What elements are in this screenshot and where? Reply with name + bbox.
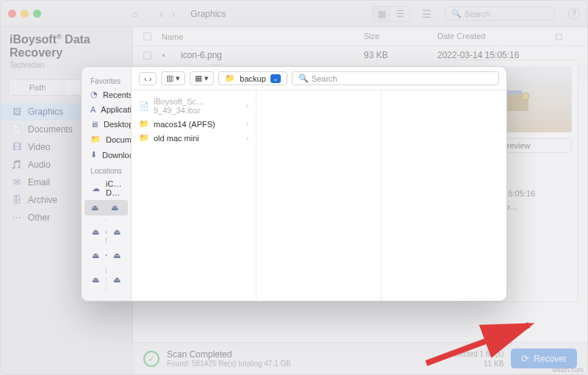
chevron-updown-icon: ⌄ [270,74,281,83]
column-1[interactable]: 📄iBoysoft_Sc…9_49_34.ibsr›📁macos14 (APFS… [132,90,257,301]
sidebar-icon: ⏏ [90,227,101,237]
sidebar-icon: 📁 [90,135,101,144]
sheet-sidebar: Favorites ◔RecentsAApplications🖥Desktop📁… [82,67,132,301]
chevron-right-icon: › [246,102,248,110]
list-item[interactable]: 📁old mac mini› [132,131,256,145]
sidebar-item-backup[interactable]: ⏏backup⏏ [85,200,128,215]
section-favorites: Favorites [82,73,131,87]
sidebar-icon: ⏏ [90,299,101,301]
sidebar-item-workspace[interactable]: ⏏workspace⏏ [82,248,131,263]
search-icon: 🔍 [298,74,309,83]
sidebar-icon: ◔ [90,90,98,99]
sidebar-icon: 🖥 [90,120,98,129]
sidebar-icon: ⏏ [90,275,101,285]
sidebar-item-untitled[interactable]: ⏏Untitled⏏ [82,296,131,301]
location-popup[interactable]: 📁 backup ⌄ [218,71,287,85]
file-icon: 📄 [139,101,149,111]
group-mode-button[interactable]: ▦ ▾ [190,71,214,85]
folder-icon: 📁 [139,133,149,143]
eject-icon[interactable]: ⏏ [110,203,120,213]
grid-icon: ▦ [195,74,202,83]
list-item[interactable]: 📁macos14 (APFS)› [132,117,256,131]
view-mode-button[interactable]: ▥ ▾ [161,71,185,85]
column-2[interactable] [257,90,381,301]
list-item[interactable]: 📄iBoysoft_Sc…9_49_34.ibsr› [132,95,256,117]
column-3[interactable] [381,90,506,301]
sidebar-icon: ⏏ [90,251,101,260]
sheet-nav[interactable]: ‹› [139,72,157,85]
section-locations: Locations [82,162,131,176]
sidebar-icon: ⬇︎ [90,150,97,160]
sidebar-item-applications[interactable]: AApplications [82,102,131,117]
sidebar-item-downloads[interactable]: ⬇︎Downloads [82,147,131,162]
sidebar-icon: ⏏ [90,203,100,213]
eject-icon[interactable]: ⏏ [112,227,122,237]
watermark: wsldn.com [552,366,584,374]
sidebar-item-iboysoft data reco…[interactable]: ⏏iBoysoft Data Reco…⏏ [82,263,131,296]
sidebar-icon: A [90,105,96,114]
sidebar-icon: ☁︎ [90,184,101,193]
sheet-search[interactable]: 🔍 Search [292,71,499,85]
sidebar-item-documents[interactable]: 📁Documents [82,132,131,147]
save-sheet: Favorites ◔RecentsAApplications🖥Desktop📁… [81,66,507,301]
sheet-toolbar: ‹› ▥ ▾ ▦ ▾ 📁 backup ⌄ 🔍 Search [132,67,506,90]
chevron-right-icon: › [246,135,248,142]
eject-icon[interactable]: ⏏ [112,275,122,285]
chevron-right-icon: › [246,121,248,128]
fwd-icon: › [149,74,152,83]
eject-icon[interactable]: ⏏ [112,251,122,260]
column-view: 📄iBoysoft_Sc…9_49_34.ibsr›📁macos14 (APFS… [132,90,506,301]
sidebar-item-recents[interactable]: ◔Recents [82,87,131,102]
sidebar-item-desktop[interactable]: 🖥Desktop [82,117,131,132]
sidebar-item-youtube channel ba…[interactable]: ⏏YouTube channel ba…⏏ [82,215,131,248]
eject-icon[interactable]: ⏏ [112,299,122,301]
columns-icon: ▥ [166,74,173,83]
sidebar-item-icloud drive[interactable]: ☁︎iCloud Drive [82,176,131,200]
folder-icon: 📁 [139,119,149,129]
folder-icon: 📁 [225,74,235,83]
back-icon: ‹ [144,74,147,83]
